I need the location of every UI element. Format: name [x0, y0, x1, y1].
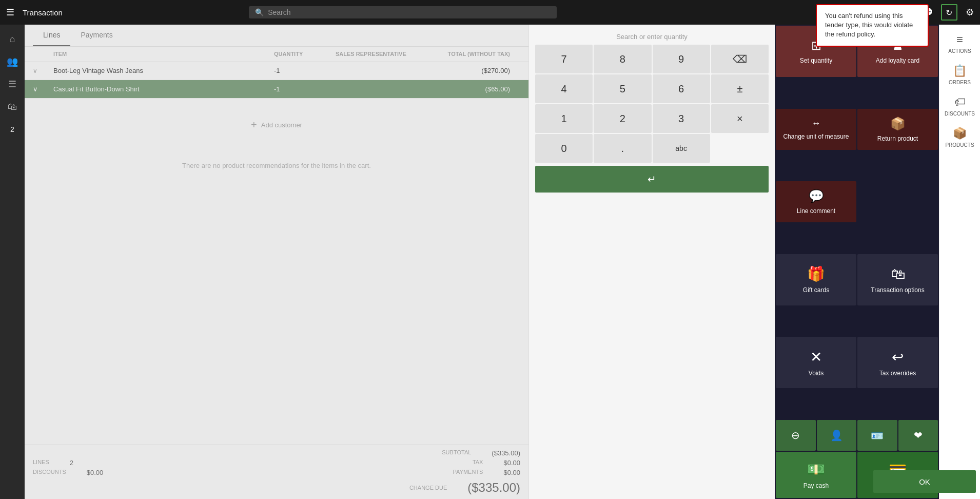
return-product-button[interactable]: 📦 Return product	[857, 109, 938, 150]
content-overlay	[25, 25, 528, 499]
actions-sidebar: ≡ ACTIONS 📋 ORDERS 🏷 DISCOUNTS 📦 PRODUCT…	[939, 25, 980, 499]
line-comment-icon: 💬	[809, 189, 824, 203]
gift-cards-button[interactable]: 🎁 Gift cards	[776, 254, 856, 305]
gift-cards-icon: 🎁	[807, 265, 825, 282]
sidebar-bag-icon[interactable]: 🛍	[2, 97, 23, 117]
add-loyalty-label: Add loyalty card	[876, 57, 919, 64]
refresh-button[interactable]: ↻	[941, 4, 957, 21]
left-sidebar: ⌂ 👥 ☰ 🛍 2	[0, 25, 25, 499]
app-title: Transaction	[23, 8, 63, 17]
pay-cash-label: Pay cash	[803, 482, 829, 489]
refresh-icon: ↻	[946, 8, 952, 17]
transaction-options-button[interactable]: 🛍 Transaction options	[857, 254, 938, 305]
pos-small-btn-3[interactable]: 🪪	[857, 420, 897, 451]
orders-icon: 📋	[953, 64, 967, 78]
settings-icon[interactable]: ⚙	[966, 7, 974, 18]
error-message: You can't refund using this tender type,…	[825, 12, 913, 38]
numpad-enter[interactable]: ↵	[535, 166, 769, 193]
numpad-4[interactable]: 4	[535, 74, 593, 103]
numpad-9[interactable]: 9	[653, 45, 710, 73]
products-label: PRODUCTS	[945, 142, 974, 148]
search-input[interactable]	[268, 8, 551, 16]
pos-small-btn-4[interactable]: ❤	[898, 420, 938, 451]
actions-icon: ≡	[956, 33, 963, 46]
orders-label: ORDERS	[949, 80, 971, 85]
numpad-3[interactable]: 3	[653, 104, 710, 133]
numpad-plusminus[interactable]: ±	[711, 74, 769, 103]
change-unit-label: Change unit of measure	[779, 133, 853, 140]
pos-small-icon-1: ⊖	[791, 429, 800, 442]
discounts-icon: 🏷	[954, 95, 966, 109]
right-pos-panel: ⊞ Set quantity ♟ Add loyalty card ↔ Chan…	[775, 25, 939, 499]
gift-cards-label: Gift cards	[803, 286, 829, 294]
ok-button[interactable]: OK	[873, 470, 976, 493]
pay-cash-button[interactable]: 💵 Pay cash	[776, 452, 856, 498]
search-qty-label: Search or enter quantity	[533, 29, 771, 43]
pos-small-btn-1[interactable]: ⊖	[776, 420, 816, 451]
numpad-8[interactable]: 8	[594, 45, 651, 73]
pos-small-grid: ⊖ 👤 🪪 ❤	[775, 420, 939, 451]
pos-button-grid: ⊞ Set quantity ♟ Add loyalty card ↔ Chan…	[775, 25, 939, 420]
voids-button[interactable]: ✕ Voids	[776, 337, 856, 388]
numpad-5[interactable]: 5	[594, 74, 651, 103]
return-product-label: Return product	[877, 135, 918, 142]
transaction-options-icon: 🛍	[891, 265, 905, 282]
search-bar[interactable]: 🔍	[249, 6, 557, 18]
numpad-abc[interactable]: abc	[653, 134, 710, 163]
actions-label: ACTIONS	[948, 48, 971, 54]
hamburger-menu[interactable]: ☰	[6, 7, 14, 18]
content-area: Lines Payments ITEM QUANTITY SALES REPRE…	[25, 25, 528, 499]
line-comment-label: Line comment	[797, 207, 835, 215]
error-popup: You can't refund using this tender type,…	[816, 4, 929, 47]
numpad-2[interactable]: 2	[594, 104, 651, 133]
discounts-label: DISCOUNTS	[945, 111, 975, 117]
actions-button[interactable]: ≡ ACTIONS	[942, 29, 978, 58]
top-nav-icons: 💬 ↻ ⚙	[922, 4, 974, 21]
tax-overrides-icon: ↩	[892, 349, 904, 366]
search-icon: 🔍	[255, 8, 264, 16]
tax-overrides-label: Tax overrides	[879, 370, 916, 377]
numpad-dot[interactable]: .	[594, 134, 651, 163]
numpad-6[interactable]: 6	[653, 74, 710, 103]
sidebar-home-icon[interactable]: ⌂	[2, 29, 23, 49]
numpad-multiply[interactable]: ×	[711, 104, 769, 133]
numpad-0[interactable]: 0	[535, 134, 593, 163]
sidebar-menu-icon[interactable]: ☰	[2, 74, 23, 94]
numpad-7[interactable]: 7	[535, 45, 593, 73]
tax-overrides-button[interactable]: ↩ Tax overrides	[857, 337, 938, 388]
orders-button[interactable]: 📋 ORDERS	[942, 60, 978, 89]
products-icon: 📦	[953, 127, 967, 140]
numpad-backspace[interactable]: ⌫	[711, 45, 769, 73]
pos-small-icon-2: 👤	[830, 429, 843, 442]
change-unit-button[interactable]: ↔ Change unit of measure	[776, 109, 856, 150]
pay-cash-icon: 💵	[807, 461, 825, 478]
pos-small-btn-2[interactable]: 👤	[817, 420, 857, 451]
set-quantity-label: Set quantity	[800, 57, 832, 64]
pos-small-icon-3: 🪪	[871, 429, 884, 442]
sidebar-people-icon[interactable]: 👥	[2, 51, 23, 72]
sidebar-badge-2[interactable]: 2	[2, 119, 23, 140]
main-container: ⌂ 👥 ☰ 🛍 2 Lines Payments ITEM QUANTITY S…	[0, 25, 980, 499]
discounts-button[interactable]: 🏷 DISCOUNTS	[942, 91, 978, 121]
products-button[interactable]: 📦 PRODUCTS	[942, 123, 978, 152]
voids-icon: ✕	[810, 349, 822, 366]
transaction-options-label: Transaction options	[871, 286, 924, 294]
return-product-icon: 📦	[890, 117, 906, 131]
change-unit-icon: ↔	[812, 118, 821, 129]
numpad-1[interactable]: 1	[535, 104, 593, 133]
numpad-section: Search or enter quantity 7 8 9 ⌫ 4 5 6 ±…	[528, 25, 775, 499]
pos-small-icon-4: ❤	[914, 429, 923, 442]
voids-label: Voids	[809, 370, 824, 377]
numpad-grid: 7 8 9 ⌫ 4 5 6 ± 1 2 3 × 0 . abc	[533, 43, 771, 165]
line-comment-button[interactable]: 💬 Line comment	[776, 181, 856, 222]
